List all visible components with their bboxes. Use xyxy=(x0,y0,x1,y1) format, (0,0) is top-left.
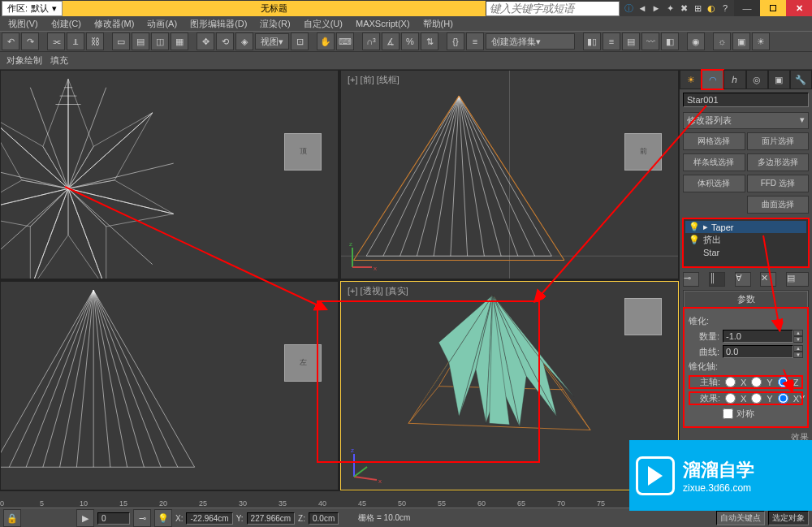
tab-motion[interactable]: ◎ xyxy=(746,70,768,89)
undo-button[interactable]: ↶ xyxy=(2,32,19,50)
stack-item-extrude[interactable]: 💡挤出 xyxy=(685,233,806,247)
nav-fwd-icon[interactable]: ► xyxy=(650,2,662,14)
spinner-snap[interactable]: ⇅ xyxy=(421,32,438,50)
mesh-select-button[interactable]: 网格选择 xyxy=(683,132,745,150)
effect-x-radio[interactable] xyxy=(725,393,736,404)
viewcube[interactable]: 顶 xyxy=(284,133,322,171)
named-set-button[interactable]: {} xyxy=(447,32,464,50)
amount-input[interactable] xyxy=(723,330,793,343)
link-button[interactable]: ⫘ xyxy=(47,32,65,50)
modifier-stack[interactable]: 💡▸Taper 💡挤出 Star xyxy=(683,218,809,267)
object-draw-label[interactable]: 对象绘制 xyxy=(6,54,42,67)
tool-icon[interactable]: ⊞ xyxy=(692,2,703,14)
spin-up-icon[interactable]: ▲ xyxy=(793,345,803,352)
menu-maxscript[interactable]: MAXScript(X) xyxy=(349,19,417,28)
menu-graph[interactable]: 图形编辑器(D) xyxy=(184,18,253,30)
refcoord-dropdown[interactable]: 视图 ▾ xyxy=(255,33,289,50)
spin-down-icon[interactable]: ▼ xyxy=(793,352,803,358)
select-name-button[interactable]: ▤ xyxy=(132,32,149,50)
curve-editor-button[interactable]: 〰 xyxy=(641,32,659,50)
tool-icon[interactable]: ✦ xyxy=(664,2,676,14)
viewport-top[interactable]: 顶 xyxy=(0,70,339,279)
snap-toggle[interactable]: ∩³ xyxy=(362,32,380,50)
spline-select-button[interactable]: 样条线选择 xyxy=(683,153,745,171)
select-region-button[interactable]: ◫ xyxy=(151,32,169,50)
play-icon[interactable]: ▶ xyxy=(76,509,94,527)
selected-object-dropdown[interactable]: 选定对象 xyxy=(768,511,809,525)
ffd-select-button[interactable]: FFD 选择 xyxy=(747,175,810,192)
primary-z-radio[interactable] xyxy=(778,377,788,387)
curve-input[interactable] xyxy=(723,345,793,358)
scale-button[interactable]: ◈ xyxy=(235,32,253,50)
viewport-perspective[interactable]: [+] [透视] [真实] xyxy=(340,281,679,490)
tab-utilities[interactable]: 🔧 xyxy=(790,70,812,89)
tab-hierarchy[interactable]: ℎ xyxy=(723,70,745,89)
menu-help[interactable]: 帮助(H) xyxy=(417,18,460,30)
key-icon[interactable]: ⊸ xyxy=(133,509,151,527)
primary-y-radio[interactable] xyxy=(751,377,762,387)
menu-render[interactable]: 渲染(R) xyxy=(253,18,296,30)
symmetry-checkbox[interactable] xyxy=(723,408,733,419)
viewcube-icon[interactable]: ◐ xyxy=(706,2,717,14)
surf-select-button[interactable]: 曲面选择 xyxy=(747,196,809,214)
layer-button[interactable]: ≡ xyxy=(466,32,484,50)
object-name-field[interactable]: Star001 xyxy=(683,93,809,107)
nav-back-icon[interactable]: ◄ xyxy=(637,2,648,14)
unlink-button[interactable]: ⫫ xyxy=(67,32,84,50)
autokey-button[interactable]: 自动关键点 xyxy=(716,511,765,525)
remove-mod-button[interactable]: ✕ xyxy=(760,272,776,287)
x-field[interactable]: -22.964cm xyxy=(186,512,232,525)
spin-up-icon[interactable]: ▲ xyxy=(793,330,803,336)
primary-x-radio[interactable] xyxy=(725,377,736,387)
modifier-list-dropdown[interactable]: 修改器列表▾ xyxy=(683,112,809,129)
percent-snap[interactable]: % xyxy=(401,32,419,50)
pivot-button[interactable]: ⊡ xyxy=(291,32,309,50)
bulb-icon[interactable]: 💡 xyxy=(154,509,172,527)
tab-modify[interactable]: ◠ xyxy=(702,70,723,89)
tab-display[interactable]: ▣ xyxy=(768,70,790,89)
rotate-button[interactable]: ⟲ xyxy=(216,32,234,50)
select-button[interactable]: ▭ xyxy=(112,32,130,50)
effect-y-radio[interactable] xyxy=(751,393,762,404)
mirror-button[interactable]: ▮▯ xyxy=(583,32,601,50)
schematic-button[interactable]: ◧ xyxy=(661,32,679,50)
workspace-selector[interactable]: 作区: 默认 ▾ xyxy=(2,1,63,16)
viewport-left[interactable]: 左 xyxy=(0,281,339,490)
tab-create[interactable]: ☀ xyxy=(680,70,702,89)
tool-icon[interactable]: ✖ xyxy=(678,2,689,14)
move-button[interactable]: ✥ xyxy=(197,32,214,50)
vol-select-button[interactable]: 体积选择 xyxy=(683,175,745,192)
spin-down-icon[interactable]: ▼ xyxy=(793,336,803,343)
configure-button[interactable]: ▤ xyxy=(786,272,809,287)
face-select-button[interactable]: 面片选择 xyxy=(747,132,810,150)
search-icon[interactable]: ⓘ xyxy=(623,2,634,14)
menu-animation[interactable]: 动画(A) xyxy=(140,18,184,30)
menu-customize[interactable]: 自定义(U) xyxy=(297,18,349,30)
frame-field[interactable]: 0 xyxy=(97,512,130,525)
menu-create[interactable]: 创建(C) xyxy=(45,18,88,30)
effect-xy-radio[interactable] xyxy=(778,393,788,404)
render-frame-button[interactable]: ▣ xyxy=(732,32,750,50)
align-button[interactable]: ≡ xyxy=(603,32,620,50)
viewcube[interactable]: 前 xyxy=(624,133,662,171)
minimize-button[interactable]: — xyxy=(734,0,760,16)
stack-item-star[interactable]: Star xyxy=(685,247,806,258)
close-button[interactable]: ✕ xyxy=(786,0,812,16)
window-crossing-button[interactable]: ▦ xyxy=(171,32,188,50)
redo-button[interactable]: ↷ xyxy=(21,32,39,50)
show-end-button[interactable]: ║ xyxy=(709,272,725,287)
maximize-button[interactable] xyxy=(760,0,786,16)
angle-snap[interactable]: ∡ xyxy=(382,32,400,50)
fill-label[interactable]: 填充 xyxy=(50,54,68,67)
viewcube[interactable]: 左 xyxy=(284,344,322,382)
render-setup-button[interactable]: ☼ xyxy=(713,32,731,50)
keyboard-button[interactable]: ⌨ xyxy=(336,32,354,50)
menu-view[interactable]: 视图(V) xyxy=(2,18,45,30)
viewport-front[interactable]: [+] [前] [线框] xyxy=(340,70,679,279)
rollout-header[interactable]: 参数 xyxy=(684,291,808,308)
stack-item-taper[interactable]: 💡▸Taper xyxy=(685,221,806,233)
manipulate-button[interactable]: ✋ xyxy=(317,32,335,50)
make-unique-button[interactable]: ∀ xyxy=(735,272,751,287)
mat-editor-button[interactable]: ◉ xyxy=(687,32,705,50)
search-input[interactable] xyxy=(486,1,620,16)
